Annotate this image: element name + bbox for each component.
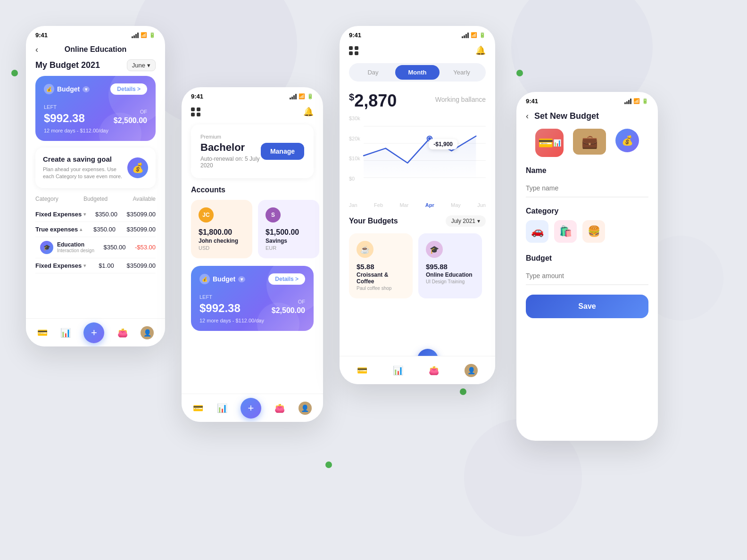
saving-goal-desc: Plan ahead your expenses. Use each Categ…	[43, 166, 127, 181]
bell-icon[interactable]: 🔔	[303, 107, 314, 117]
battery-icon: 🔋	[149, 32, 156, 38]
avatar-1[interactable]: 👤	[141, 326, 154, 339]
time-1: 9:41	[35, 32, 48, 39]
coffee-amount: $5.88	[357, 263, 405, 271]
status-bar-3: 9:41 📶 🔋	[340, 26, 495, 41]
card-nav-icon: 💳	[37, 328, 48, 338]
icon-grid: 💳 📊 💼 💰	[516, 129, 658, 166]
budgets-header: Your Budgets July 2021 ▾	[349, 215, 486, 227]
bell-icon-3[interactable]: 🔔	[475, 45, 486, 56]
budgets-section: Your Budgets July 2021 ▾ ☕ $5.88 Croissa…	[340, 208, 495, 298]
wifi-icon-3: 📶	[471, 32, 477, 38]
table-row[interactable]: Fixed Expenses ▾ $1.00 $35099.00	[35, 258, 156, 273]
nav-chart-3[interactable]: 📊	[393, 365, 403, 376]
name-label: Name	[526, 166, 648, 175]
car-category-icon[interactable]: 🚗	[526, 220, 548, 243]
manage-button[interactable]: Manage	[261, 143, 304, 160]
table-row[interactable]: Fixed Expenses ▾ $350.00 $35099.00	[35, 207, 156, 222]
back-button-1[interactable]: ‹	[35, 45, 38, 55]
nav-wallet-2[interactable]: 👛	[274, 403, 285, 413]
of-label: OF	[114, 109, 147, 115]
budget-card-1: 💰 Budget ▾ Details > LEFT $992.38 OF $2,…	[35, 76, 156, 141]
balance-amount: $2,870	[349, 91, 397, 111]
account-amount-s: $1,500.00	[266, 228, 312, 237]
month-selector[interactable]: June ▾	[127, 59, 156, 71]
chart-nav-icon-2: 📊	[217, 403, 227, 413]
nav-chart[interactable]: 📊	[60, 328, 71, 338]
icon-bag[interactable]: 💼	[573, 129, 606, 155]
cat-budgeted-2: $350.00	[93, 226, 116, 233]
tab-day[interactable]: Day	[351, 65, 395, 80]
of-label-2: OF	[272, 299, 305, 305]
nav-card[interactable]: 💳	[37, 328, 48, 338]
card-nav-icon-3: 💳	[357, 365, 367, 376]
col-available: Available	[133, 196, 156, 202]
chart-nav-icon-3: 📊	[393, 365, 403, 376]
back-button-4[interactable]: ‹	[526, 111, 529, 121]
set-budget-title: Set New Budget	[534, 111, 599, 121]
grid-icon-3[interactable]	[349, 46, 358, 55]
fab-add-button-2[interactable]: +	[241, 398, 261, 419]
account-card-jc[interactable]: JC $1,800.00 John checking USD	[191, 200, 252, 258]
account-avatar-s: S	[266, 207, 281, 222]
battery-icon-3: 🔋	[479, 32, 486, 38]
icon-circle[interactable]: 💰	[615, 129, 639, 152]
coffee-name: Croissant & Coffee	[357, 272, 405, 285]
saving-goal-card[interactable]: Create a saving goal Plan ahead your exp…	[35, 148, 156, 188]
chart-tooltip: -$1,900	[429, 139, 457, 149]
premium-name: Bachelor	[200, 141, 261, 154]
premium-card[interactable]: Premium Bachelor Auto-renewal on: 5 July…	[191, 124, 314, 178]
education-name: Online Education	[426, 272, 474, 278]
status-bar-4: 9:41 📶 🔋	[516, 92, 658, 107]
wifi-icon-2: 📶	[299, 93, 305, 99]
icon-card[interactable]: 💳 📊	[535, 129, 564, 157]
cat-budgeted-3: $1.00	[99, 262, 114, 269]
cat-available-3: $35099.00	[127, 262, 156, 269]
food-category-icon[interactable]: 🍔	[582, 220, 605, 243]
fab-add-button-1[interactable]: +	[83, 322, 104, 343]
coffee-icon: ☕	[357, 241, 374, 258]
nav-chart-2[interactable]: 📊	[217, 403, 227, 413]
signal-icon	[132, 33, 139, 38]
table-row[interactable]: True expenses ▴ $350.00 $35099.00	[35, 222, 156, 237]
phone-set-budget: 9:41 📶 🔋 ‹ Set New Budget 💳 📊 💼 💰	[516, 92, 658, 441]
chart-mini-icon: 📊	[553, 139, 561, 147]
nav-card-3[interactable]: 💳	[357, 365, 367, 376]
cat-name-2: True expenses ▴	[35, 226, 82, 233]
cat-budgeted-1: $350.00	[95, 211, 117, 218]
form-section: Name Category 🚗 🛍️ 🍔 Budget	[516, 166, 658, 295]
signal-icon-3	[462, 33, 469, 38]
nav-wallet[interactable]: 👛	[117, 328, 128, 338]
save-button[interactable]: Save	[526, 295, 648, 318]
time-2: 9:41	[191, 93, 203, 100]
tab-yearly[interactable]: Yearly	[440, 65, 484, 80]
budget-label: 💰 Budget ▾	[44, 84, 90, 94]
budget-item-coffee[interactable]: ☕ $5.88 Croissant & Coffee Paul coffee s…	[349, 233, 413, 298]
sub-budgeted: $350.00	[103, 244, 125, 251]
amount-input[interactable]	[526, 267, 648, 285]
date-selector[interactable]: July 2021 ▾	[446, 215, 486, 227]
balance-label: Working ballance	[435, 96, 486, 103]
tab-month[interactable]: Month	[395, 65, 440, 80]
time-3: 9:41	[349, 32, 361, 39]
accounts-title: Accounts	[182, 186, 323, 200]
avatar-2[interactable]: 👤	[299, 402, 312, 415]
account-currency-s: EUR	[266, 245, 312, 251]
account-avatar-jc: JC	[199, 207, 214, 222]
avatar-3[interactable]: 👤	[465, 364, 478, 377]
account-name-jc: John checking	[199, 238, 245, 244]
name-input[interactable]	[526, 180, 648, 198]
cat-name-3: Fixed Expenses ▾	[35, 262, 86, 269]
budget-item-education[interactable]: 🎓 $95.88 Online Education UI Design Trai…	[418, 233, 482, 298]
signal-icon-4	[624, 99, 631, 104]
shopping-category-icon[interactable]: 🛍️	[554, 220, 577, 243]
col-budgeted: Budgeted	[83, 196, 108, 202]
nav-card-2[interactable]: 💳	[193, 403, 203, 413]
accounts-list: JC $1,800.00 John checking USD S $1,500.…	[182, 200, 323, 258]
category-section: Category Budgeted Available Fixed Expens…	[26, 196, 165, 273]
grid-icon[interactable]	[191, 107, 200, 116]
account-card-s[interactable]: S $1,500.00 Savings EUR	[258, 200, 319, 258]
phone4-header: ‹ Set New Budget	[516, 107, 658, 129]
nav-wallet-3[interactable]: 👛	[429, 365, 439, 376]
table-row[interactable]: 🎓 Education Interaction design $350.00 -…	[35, 237, 156, 258]
